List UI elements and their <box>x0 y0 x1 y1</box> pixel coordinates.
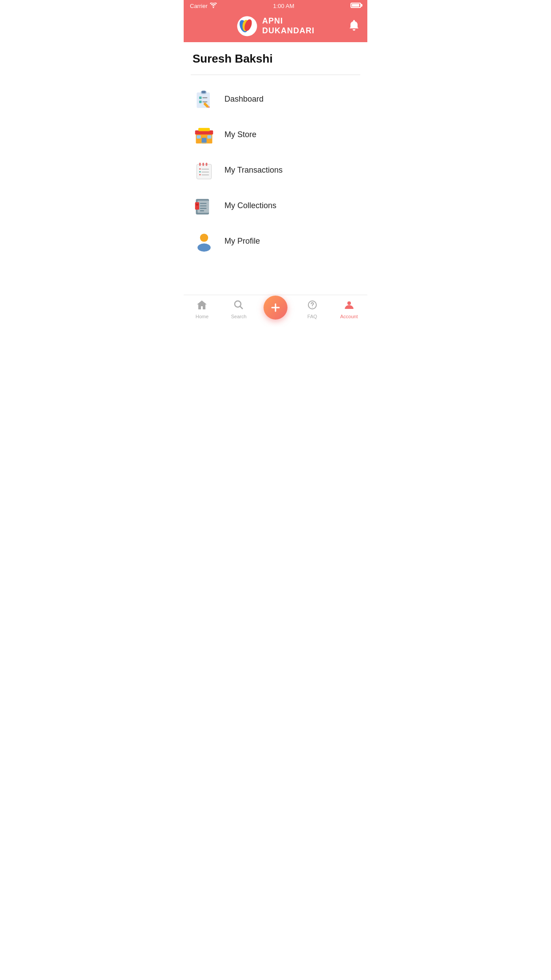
collections-icon <box>193 194 216 217</box>
carrier-label: Carrier <box>190 3 208 9</box>
svg-rect-7 <box>199 96 202 99</box>
menu-item-dashboard[interactable]: Dashboard <box>184 81 367 117</box>
profile-icon <box>193 229 216 253</box>
my-transactions-label: My Transactions <box>224 166 283 175</box>
dashboard-icon <box>193 87 216 111</box>
app-header: APNI DUKANDARI <box>184 12 367 42</box>
menu-item-my-transactions[interactable]: My Transactions <box>184 152 367 188</box>
svg-point-41 <box>235 301 241 307</box>
my-profile-label: My Profile <box>224 237 260 246</box>
svg-rect-17 <box>197 135 201 138</box>
svg-rect-28 <box>201 172 209 173</box>
svg-rect-30 <box>201 174 209 175</box>
menu-item-my-store[interactable]: My Store <box>184 117 367 152</box>
svg-rect-27 <box>199 171 201 173</box>
svg-rect-23 <box>202 162 204 166</box>
svg-rect-20 <box>201 142 208 143</box>
dashboard-label: Dashboard <box>224 95 264 104</box>
logo-text: APNI DUKANDARI <box>262 16 315 36</box>
menu-item-my-profile[interactable]: My Profile <box>184 223 367 259</box>
svg-rect-35 <box>200 203 207 204</box>
svg-point-46 <box>312 307 313 308</box>
svg-rect-25 <box>199 168 201 170</box>
svg-rect-9 <box>199 101 202 103</box>
svg-rect-24 <box>206 162 208 166</box>
status-bar: Carrier 1:00 AM <box>184 0 367 12</box>
my-collections-label: My Collections <box>224 201 276 210</box>
svg-line-42 <box>240 306 243 309</box>
account-label: Account <box>340 314 358 319</box>
svg-rect-10 <box>202 102 207 103</box>
nav-item-add[interactable] <box>257 296 294 324</box>
svg-rect-36 <box>200 205 207 206</box>
svg-rect-6 <box>201 91 205 94</box>
carrier-wifi: Carrier <box>190 3 217 9</box>
search-icon <box>234 300 244 312</box>
svg-rect-16 <box>201 138 206 143</box>
menu-list: Dashboard My Store <box>184 77 367 263</box>
svg-rect-22 <box>199 162 201 166</box>
my-store-label: My Store <box>224 130 256 139</box>
add-button[interactable] <box>264 296 287 320</box>
svg-rect-38 <box>200 210 204 211</box>
logo-icon <box>236 16 258 37</box>
svg-rect-34 <box>196 204 199 205</box>
nav-item-account[interactable]: Account <box>331 300 367 319</box>
logo: APNI DUKANDARI <box>236 16 315 37</box>
transactions-icon <box>193 158 216 182</box>
store-icon <box>193 123 216 146</box>
svg-point-39 <box>200 233 208 241</box>
wifi-icon <box>210 3 217 9</box>
home-label: Home <box>196 314 209 319</box>
battery-indicator <box>350 3 361 9</box>
svg-rect-8 <box>202 97 207 98</box>
svg-rect-37 <box>200 208 207 209</box>
svg-rect-26 <box>201 169 209 170</box>
section-divider <box>191 75 360 75</box>
time-display: 1:00 AM <box>273 3 295 9</box>
home-icon <box>197 300 207 312</box>
faq-icon <box>307 300 318 312</box>
bell-icon[interactable] <box>349 20 359 34</box>
user-section: Suresh Bakshi <box>184 42 367 73</box>
svg-point-40 <box>197 244 211 252</box>
nav-item-search[interactable]: Search <box>220 300 257 319</box>
svg-rect-29 <box>199 174 201 175</box>
svg-rect-19 <box>198 128 210 131</box>
menu-item-my-collections[interactable]: My Collections <box>184 188 367 223</box>
svg-point-47 <box>347 301 351 305</box>
svg-rect-18 <box>207 135 211 138</box>
nav-item-faq[interactable]: FAQ <box>294 300 331 319</box>
svg-rect-33 <box>195 202 199 210</box>
nav-item-home[interactable]: Home <box>184 300 220 319</box>
search-label: Search <box>231 314 247 319</box>
faq-label: FAQ <box>307 314 317 319</box>
bottom-nav: Home Search FAQ <box>184 295 367 327</box>
account-icon <box>344 300 354 312</box>
user-name: Suresh Bakshi <box>193 52 358 66</box>
